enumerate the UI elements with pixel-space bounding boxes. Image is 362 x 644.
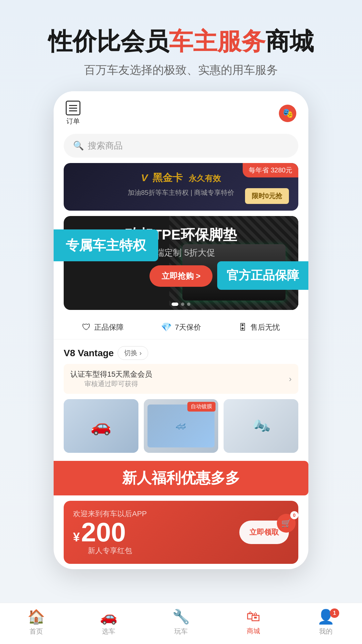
product-cards: 🚗 🏎 自动镀膜 🔩	[64, 399, 298, 453]
new-user-desc: 新人专享红包	[73, 546, 147, 556]
cart-badge: 0	[290, 511, 298, 519]
avatar-emoji: 🎭	[282, 108, 294, 119]
film-card-image: 🏎 自动镀膜	[144, 399, 219, 453]
member-info-bar[interactable]: 认证车型得15天黑金会员 审核通过即可获得 ›	[64, 364, 298, 394]
new-user-claim-wrapper: 立即领取 🛒 0	[239, 521, 289, 544]
product-card-wiper[interactable]: 🔩	[224, 399, 298, 453]
v-icon: V	[141, 172, 148, 183]
nav-item-play[interactable]: 🔧 玩车	[161, 608, 201, 636]
play-icon: 🔧	[172, 608, 190, 625]
trust-badge-price: 💎 7天保价	[161, 322, 201, 332]
amount-sup: ¥	[73, 530, 80, 544]
car-model-name: V8 Vantage	[64, 348, 114, 359]
product-card-car[interactable]: 🚗	[64, 399, 138, 453]
switch-car-button[interactable]: 切换 ›	[118, 346, 148, 360]
new-user-banner[interactable]: 欢迎来到有车以后APP ¥ 200 新人专享红包 立即领取 🛒 0	[64, 501, 298, 564]
callout-new-user: 新人福利优惠多多	[54, 461, 308, 495]
trust-label-2: 7天保价	[175, 322, 201, 332]
app-topbar: 订单 🎭	[54, 91, 308, 131]
black-card-banner[interactable]: 每年省 3280元 V 黑金卡 永久有效 加油85折等车主特权 | 商城专享特价…	[64, 163, 298, 211]
auto-badge: 自动镀膜	[187, 402, 216, 412]
search-bar[interactable]: 🔍 搜索商品	[64, 134, 298, 158]
free-claim-button[interactable]: 限时0元抢	[245, 188, 289, 204]
nav-label-home: 首页	[29, 627, 43, 636]
phone-mockup: 订单 🎭 🔍 搜索商品 每年省 3280元 V 黑金卡 永久有效 加油85	[54, 91, 308, 569]
member-info-text1: 认证车型得15天黑金会员	[70, 370, 152, 378]
member-info-sub: 审核通过即可获得	[70, 379, 152, 388]
diamond-icon: 💎	[161, 322, 172, 332]
callout-official-guarantee: 官方正品保障	[217, 261, 308, 290]
dot-1	[172, 303, 178, 306]
cart-float-button[interactable]: 🛒 0	[277, 514, 296, 533]
wiper-card-image: 🔩	[224, 399, 298, 453]
order-nav[interactable]: 订单	[66, 101, 80, 126]
nav-label-play: 玩车	[174, 627, 188, 636]
callout-owner-wrapper: 专属车主特权 砖叔TPE环保脚垫 高端定制 5折大促 立即抢购 >	[54, 216, 308, 310]
order-label: 订单	[66, 117, 80, 126]
film-icon: 🏎	[176, 420, 186, 432]
callout-owner-privilege: 专属车主特权	[54, 229, 158, 261]
shield-icon: 🛡	[82, 322, 91, 332]
trust-badge-authentic: 🛡 正品保障	[82, 322, 124, 332]
home-icon: 🏠	[27, 608, 45, 625]
nav-item-shop[interactable]: 🛍 商城	[233, 608, 274, 636]
dot-2	[181, 303, 184, 306]
trust-badge-service: 🎛 售后无忧	[238, 322, 280, 332]
nav-item-mine[interactable]: 👤 我的 1	[306, 608, 346, 636]
buy-now-button[interactable]: 立即抢购 >	[149, 265, 213, 287]
hero-section: 性价比会员车主服务商城 百万车友选择的极致、实惠的用车服务 订单 🎭 🔍 搜索商…	[0, 0, 362, 583]
user-avatar[interactable]: 🎭	[279, 105, 296, 122]
member-arrow-icon: ›	[289, 374, 292, 384]
wiper-icon: 🔩	[250, 416, 272, 436]
hero-title-part1: 性价比会员	[48, 28, 169, 55]
message-badge: 1	[330, 608, 339, 618]
shop-icon: 🛍	[246, 608, 260, 625]
nav-item-car[interactable]: 🚗 选车	[88, 608, 129, 636]
dot-3	[187, 303, 190, 306]
search-placeholder: 搜索商品	[88, 140, 123, 152]
new-user-amount: 200	[81, 519, 126, 546]
bottom-nav: 🏠 首页 🚗 选车 🔧 玩车 🛍 商城 👤 我的 1	[0, 603, 362, 644]
order-icon	[66, 101, 80, 115]
product-card-film[interactable]: 🏎 自动镀膜	[144, 399, 219, 453]
new-user-wrapper: 新人福利优惠多多	[54, 461, 308, 495]
search-icon: 🔍	[73, 141, 84, 151]
car-model-header: V8 Vantage 切换 ›	[64, 339, 298, 364]
card-name: 黑金卡	[153, 172, 183, 183]
save-badge: 每年省 3280元	[243, 163, 298, 177]
car-card-image: 🚗	[64, 399, 138, 453]
member-info-main: 认证车型得15天黑金会员	[70, 369, 152, 379]
nav-label-shop: 商城	[247, 627, 260, 636]
hero-subtitle: 百万车友选择的极致、实惠的用车服务	[13, 62, 349, 78]
nav-item-home[interactable]: 🏠 首页	[16, 608, 56, 636]
trust-badges: 🛡 正品保障 💎 7天保价 🎛 售后无忧	[54, 315, 308, 339]
new-user-banner-left: 欢迎来到有车以后APP ¥ 200 新人专享红包	[73, 509, 147, 556]
nav-label-mine: 我的	[319, 627, 333, 636]
hero-title-highlight: 车主服务	[169, 28, 265, 55]
banner-dots	[172, 303, 190, 306]
member-info-content: 认证车型得15天黑金会员 审核通过即可获得	[70, 369, 152, 388]
car-silhouette-icon: 🚗	[90, 416, 111, 436]
card-forever: 永久有效	[189, 174, 221, 183]
trust-label-3: 售后无忧	[250, 322, 280, 332]
hero-title: 性价比会员车主服务商城	[13, 27, 349, 56]
car-section: V8 Vantage 切换 › 认证车型得15天黑金会员 审核通过即可获得 ›	[54, 339, 308, 458]
trust-label-1: 正品保障	[94, 322, 124, 332]
nav-label-car: 选车	[102, 627, 115, 636]
hero-title-part2: 商城	[265, 28, 314, 55]
car-nav-icon: 🚗	[100, 608, 117, 625]
service-icon: 🎛	[238, 322, 247, 332]
